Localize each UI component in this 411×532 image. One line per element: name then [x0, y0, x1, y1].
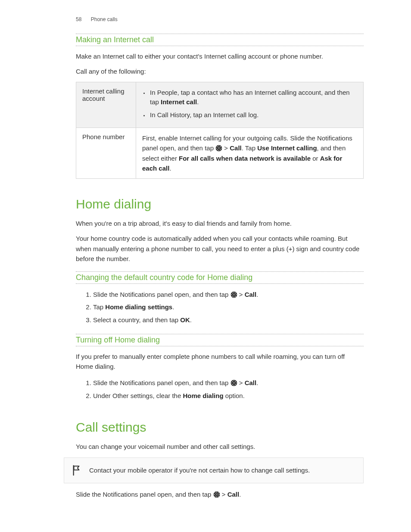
flag-icon: [72, 465, 81, 476]
text: .: [172, 303, 174, 311]
text: Under Other settings, clear the: [93, 392, 183, 399]
text: >: [222, 144, 230, 152]
gear-icon: [230, 380, 237, 386]
table-row: Internet calling account In People, tap …: [76, 82, 364, 128]
text-bold: Internet call: [161, 98, 197, 106]
list-item: Under Other settings, clear the Home dia…: [93, 389, 364, 402]
body-text: Make an Internet call to either your con…: [76, 51, 364, 61]
body-text: Your home country code is automatically …: [76, 233, 364, 264]
body-text: Slide the Notifications panel open, and …: [76, 489, 364, 499]
text: Select a country, and then tap: [93, 316, 180, 324]
list-item: Slide the Notifications panel open, and …: [93, 288, 364, 301]
page-header: 58 Phone calls: [76, 16, 364, 22]
gear-icon: [215, 145, 222, 152]
heading-call-settings: Call settings: [76, 420, 364, 435]
text: >: [220, 491, 227, 498]
text-bold: Call: [245, 291, 257, 298]
text: . Tap: [242, 144, 257, 152]
text-bold: OK: [180, 316, 190, 324]
body-text: If you prefer to manually enter complete…: [76, 352, 364, 372]
text-bold: Call: [227, 491, 240, 498]
note-text: Contact your mobile operator if you're n…: [89, 465, 310, 475]
text: .: [239, 491, 241, 498]
note-box: Contact your mobile operator if you're n…: [64, 457, 364, 483]
text: option.: [224, 392, 245, 399]
heading-home-dialing: Home dialing: [76, 197, 364, 212]
section-name: Phone calls: [91, 16, 118, 22]
text-bold: Use Internet calling: [257, 144, 317, 152]
text-bold: Call: [245, 379, 257, 386]
gear-icon: [213, 491, 220, 498]
text: .: [190, 316, 192, 324]
table-cell-content: In People, tap a contact who has an Inte…: [136, 82, 364, 128]
table-cell-label: Internet calling account: [76, 82, 136, 128]
document-page: 58 Phone calls Making an Internet call M…: [0, 0, 411, 532]
text: Tap: [93, 303, 105, 311]
text: Slide the Notifications panel open, and …: [93, 291, 230, 298]
list-item: Select a country, and then tap OK.: [93, 314, 364, 326]
options-table: Internet calling account In People, tap …: [76, 82, 364, 179]
text: or: [311, 155, 320, 162]
subheading-changing-country-code: Changing the default country code for Ho…: [76, 273, 364, 284]
gear-icon: [230, 291, 237, 298]
text: .: [169, 165, 171, 172]
body-text: When you're on a trip abroad, it's easy …: [76, 218, 364, 228]
list-item: Tap Home dialing settings.: [93, 301, 364, 313]
list-item: In Call History, tap an Internet call lo…: [149, 110, 357, 123]
ordered-steps: Slide the Notifications panel open, and …: [76, 376, 364, 402]
table-cell-content: First, enable Internet calling for your …: [136, 128, 364, 179]
page-number: 58: [76, 16, 81, 22]
ordered-steps: Slide the Notifications panel open, and …: [76, 288, 364, 326]
list-item: Slide the Notifications panel open, and …: [93, 376, 364, 389]
body-text: Call any of the following:: [76, 66, 364, 76]
list-item: In People, tap a contact who has an Inte…: [149, 87, 357, 110]
body-text: You can change your voicemail number and…: [76, 442, 364, 451]
text-bold: Home dialing: [183, 392, 223, 399]
text: >: [237, 291, 245, 298]
text-bold: Home dialing settings: [105, 303, 172, 311]
text: .: [256, 379, 258, 386]
text: .: [256, 291, 258, 298]
text: Slide the Notifications panel open, and …: [76, 491, 213, 498]
subheading-making-internet-call: Making an Internet call: [76, 35, 364, 46]
text: >: [237, 379, 245, 386]
text: Slide the Notifications panel open, and …: [93, 379, 230, 386]
text-bold: For all calls when data network is avail…: [179, 155, 311, 162]
table-cell-label: Phone number: [76, 128, 136, 179]
table-row: Phone number First, enable Internet call…: [76, 128, 364, 179]
subheading-turning-off-home-dialing: Turning off Home dialing: [76, 336, 364, 346]
text-bold: Call: [230, 144, 242, 152]
text: .: [197, 98, 199, 106]
